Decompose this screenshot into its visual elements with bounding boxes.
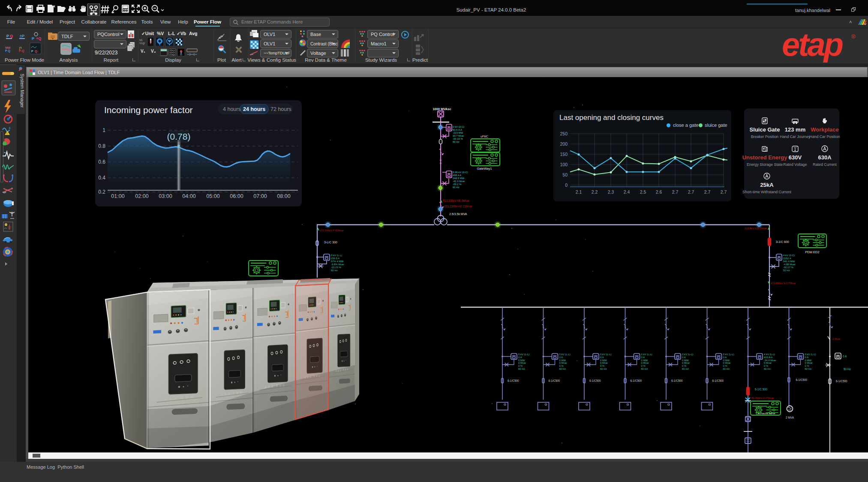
svg-text:P-Q: P-Q <box>19 49 24 53</box>
svg-text:Q↓: Q↓ <box>35 50 39 53</box>
svg-text:P Q: P Q <box>5 49 10 53</box>
svg-text:!: ! <box>6 132 7 135</box>
svg-text:+Q: +Q <box>36 36 41 41</box>
svg-text:±P: ±P <box>20 34 24 38</box>
svg-text:MW: MW <box>5 46 11 49</box>
svg-text:P: P <box>32 36 34 41</box>
svg-text:P: P <box>31 50 33 53</box>
svg-text:P: P <box>6 34 9 38</box>
svg-text:±: ± <box>9 126 11 130</box>
svg-text:Q: Q <box>10 34 13 38</box>
